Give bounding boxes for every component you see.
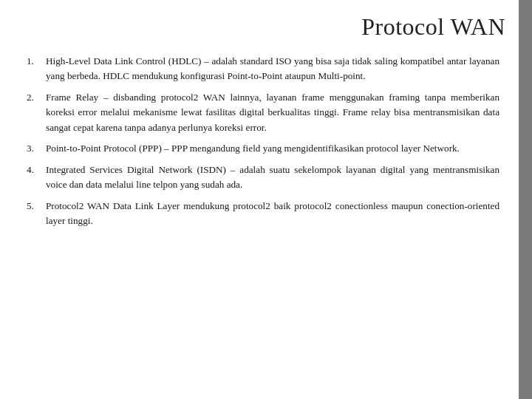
item-number-1: 1. xyxy=(27,54,41,84)
list-item: 5. Protocol2 WAN Data Link Layer menduku… xyxy=(27,199,505,229)
item-number-3: 3. xyxy=(27,141,41,156)
item-number-4: 4. xyxy=(27,163,41,193)
list-item: 3. Point-to-Point Protocol (PPP) – PPP m… xyxy=(27,141,505,156)
slide-container: Protocol WAN 1. High-Level Data Link Con… xyxy=(0,0,532,399)
list-item: 4. Integrated Services Digital Network (… xyxy=(27,163,505,193)
content-list: 1. High-Level Data Link Control (HDLC) –… xyxy=(27,54,505,229)
item-text-1: High-Level Data Link Control (HDLC) – ad… xyxy=(46,54,505,84)
item-text-3: Point-to-Point Protocol (PPP) – PPP meng… xyxy=(46,141,505,156)
item-text-2: Frame Relay – disbanding protocol2 WAN l… xyxy=(46,90,505,135)
title-area: Protocol WAN xyxy=(0,0,532,48)
item-text-5: Protocol2 WAN Data Link Layer mendukung … xyxy=(46,199,505,229)
item-number-5: 5. xyxy=(27,199,41,229)
slide-title: Protocol WAN xyxy=(361,13,505,40)
item-text-4: Integrated Services Digital Network (ISD… xyxy=(46,163,505,193)
list-item: 2. Frame Relay – disbanding protocol2 WA… xyxy=(27,90,505,135)
list-item: 1. High-Level Data Link Control (HDLC) –… xyxy=(27,54,505,84)
content-area: 1. High-Level Data Link Control (HDLC) –… xyxy=(0,48,532,399)
item-number-2: 2. xyxy=(27,90,41,135)
right-accent-bar xyxy=(519,0,532,399)
